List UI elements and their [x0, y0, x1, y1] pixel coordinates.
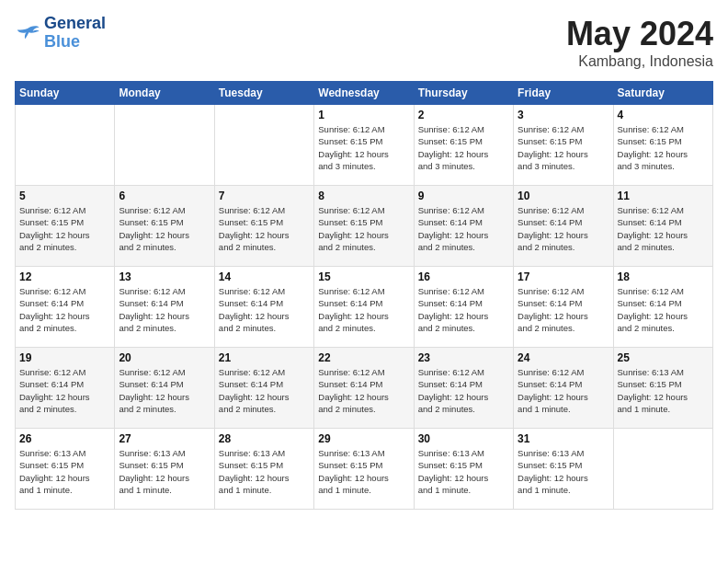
calendar-cell: 25Sunrise: 6:13 AM Sunset: 6:15 PM Dayli…: [613, 348, 712, 429]
day-info: Sunrise: 6:13 AM Sunset: 6:15 PM Dayligh…: [19, 447, 110, 496]
day-number: 1: [318, 109, 409, 121]
day-info: Sunrise: 6:13 AM Sunset: 6:15 PM Dayligh…: [219, 447, 310, 496]
title-area: May 2024 Kambang, Indonesia: [566, 15, 713, 70]
day-number: 14: [219, 270, 310, 283]
day-number: 9: [418, 190, 509, 202]
calendar-cell: [115, 105, 214, 186]
calendar-table: SundayMondayTuesdayWednesdayThursdayFrid…: [15, 81, 713, 510]
day-number: 28: [219, 432, 310, 445]
day-info: Sunrise: 6:13 AM Sunset: 6:15 PM Dayligh…: [318, 447, 409, 496]
day-number: 2: [418, 109, 509, 121]
calendar-cell: 30Sunrise: 6:13 AM Sunset: 6:15 PM Dayli…: [414, 429, 513, 510]
calendar-cell: 15Sunrise: 6:12 AM Sunset: 6:14 PM Dayli…: [314, 267, 414, 348]
logo-bird-icon: [15, 22, 40, 44]
day-info: Sunrise: 6:12 AM Sunset: 6:14 PM Dayligh…: [418, 204, 509, 253]
weekday-header-saturday: Saturday: [613, 82, 712, 105]
day-info: Sunrise: 6:12 AM Sunset: 6:14 PM Dayligh…: [418, 366, 509, 415]
calendar-cell: 2Sunrise: 6:12 AM Sunset: 6:15 PM Daylig…: [414, 105, 513, 186]
day-number: 26: [19, 432, 110, 445]
day-number: 24: [518, 351, 609, 364]
day-number: 27: [119, 432, 210, 445]
weekday-header-friday: Friday: [514, 82, 613, 105]
calendar-cell: 7Sunrise: 6:12 AM Sunset: 6:15 PM Daylig…: [214, 186, 313, 267]
day-info: Sunrise: 6:12 AM Sunset: 6:15 PM Dayligh…: [318, 123, 409, 172]
day-number: 29: [318, 432, 409, 445]
day-number: 11: [618, 190, 709, 202]
day-info: Sunrise: 6:13 AM Sunset: 6:15 PM Dayligh…: [119, 447, 210, 496]
day-info: Sunrise: 6:12 AM Sunset: 6:14 PM Dayligh…: [418, 285, 509, 334]
calendar-week-row: 19Sunrise: 6:12 AM Sunset: 6:14 PM Dayli…: [16, 348, 713, 429]
day-info: Sunrise: 6:12 AM Sunset: 6:14 PM Dayligh…: [318, 366, 409, 415]
day-number: 19: [19, 351, 110, 364]
calendar-cell: 13Sunrise: 6:12 AM Sunset: 6:14 PM Dayli…: [115, 267, 214, 348]
calendar-cell: 6Sunrise: 6:12 AM Sunset: 6:15 PM Daylig…: [115, 186, 214, 267]
calendar-cell: [16, 105, 115, 186]
calendar-cell: 22Sunrise: 6:12 AM Sunset: 6:14 PM Dayli…: [314, 348, 414, 429]
calendar-cell: 31Sunrise: 6:13 AM Sunset: 6:15 PM Dayli…: [514, 429, 613, 510]
calendar-cell: 27Sunrise: 6:13 AM Sunset: 6:15 PM Dayli…: [115, 429, 214, 510]
day-info: Sunrise: 6:12 AM Sunset: 6:14 PM Dayligh…: [119, 366, 210, 415]
month-title: May 2024: [566, 15, 713, 53]
calendar-body: 1Sunrise: 6:12 AM Sunset: 6:15 PM Daylig…: [16, 105, 713, 510]
calendar-cell: 4Sunrise: 6:12 AM Sunset: 6:15 PM Daylig…: [613, 105, 712, 186]
logo: General Blue: [15, 15, 106, 52]
calendar-cell: 1Sunrise: 6:12 AM Sunset: 6:15 PM Daylig…: [314, 105, 414, 186]
weekday-header-thursday: Thursday: [414, 82, 513, 105]
calendar-cell: 5Sunrise: 6:12 AM Sunset: 6:15 PM Daylig…: [16, 186, 115, 267]
calendar-cell: 8Sunrise: 6:12 AM Sunset: 6:15 PM Daylig…: [314, 186, 414, 267]
day-number: 3: [518, 109, 609, 121]
day-number: 25: [618, 351, 709, 364]
calendar-cell: 16Sunrise: 6:12 AM Sunset: 6:14 PM Dayli…: [414, 267, 513, 348]
calendar-cell: 20Sunrise: 6:12 AM Sunset: 6:14 PM Dayli…: [115, 348, 214, 429]
day-info: Sunrise: 6:13 AM Sunset: 6:15 PM Dayligh…: [518, 447, 609, 496]
day-number: 15: [318, 270, 409, 283]
day-number: 4: [618, 109, 709, 121]
day-info: Sunrise: 6:12 AM Sunset: 6:15 PM Dayligh…: [318, 204, 409, 253]
calendar-cell: 19Sunrise: 6:12 AM Sunset: 6:14 PM Dayli…: [16, 348, 115, 429]
weekday-header-sunday: Sunday: [16, 82, 115, 105]
calendar-week-row: 5Sunrise: 6:12 AM Sunset: 6:15 PM Daylig…: [16, 186, 713, 267]
day-info: Sunrise: 6:12 AM Sunset: 6:14 PM Dayligh…: [518, 285, 609, 334]
calendar-cell: 11Sunrise: 6:12 AM Sunset: 6:14 PM Dayli…: [613, 186, 712, 267]
day-number: 12: [19, 270, 110, 283]
day-info: Sunrise: 6:12 AM Sunset: 6:14 PM Dayligh…: [19, 285, 110, 334]
calendar-cell: 9Sunrise: 6:12 AM Sunset: 6:14 PM Daylig…: [414, 186, 513, 267]
calendar-cell: 26Sunrise: 6:13 AM Sunset: 6:15 PM Dayli…: [16, 429, 115, 510]
weekday-header-tuesday: Tuesday: [214, 82, 313, 105]
calendar-cell: 24Sunrise: 6:12 AM Sunset: 6:14 PM Dayli…: [514, 348, 613, 429]
day-number: 13: [119, 270, 210, 283]
calendar-week-row: 12Sunrise: 6:12 AM Sunset: 6:14 PM Dayli…: [16, 267, 713, 348]
logo-text: General Blue: [44, 15, 106, 52]
day-number: 16: [418, 270, 509, 283]
day-number: 7: [219, 190, 310, 202]
day-info: Sunrise: 6:12 AM Sunset: 6:14 PM Dayligh…: [219, 285, 310, 334]
day-number: 21: [219, 351, 310, 364]
calendar-cell: [613, 429, 712, 510]
day-number: 23: [418, 351, 509, 364]
day-info: Sunrise: 6:12 AM Sunset: 6:14 PM Dayligh…: [618, 285, 709, 334]
day-info: Sunrise: 6:12 AM Sunset: 6:15 PM Dayligh…: [418, 123, 509, 172]
day-info: Sunrise: 6:12 AM Sunset: 6:14 PM Dayligh…: [318, 285, 409, 334]
weekday-header-wednesday: Wednesday: [314, 82, 414, 105]
day-number: 8: [318, 190, 409, 202]
day-info: Sunrise: 6:12 AM Sunset: 6:15 PM Dayligh…: [19, 204, 110, 253]
day-number: 22: [318, 351, 409, 364]
calendar-cell: 3Sunrise: 6:12 AM Sunset: 6:15 PM Daylig…: [514, 105, 613, 186]
day-info: Sunrise: 6:12 AM Sunset: 6:15 PM Dayligh…: [518, 123, 609, 172]
day-info: Sunrise: 6:12 AM Sunset: 6:14 PM Dayligh…: [518, 204, 609, 253]
calendar-cell: 18Sunrise: 6:12 AM Sunset: 6:14 PM Dayli…: [613, 267, 712, 348]
day-info: Sunrise: 6:13 AM Sunset: 6:15 PM Dayligh…: [618, 366, 709, 415]
location-subtitle: Kambang, Indonesia: [566, 53, 713, 70]
day-info: Sunrise: 6:12 AM Sunset: 6:14 PM Dayligh…: [219, 366, 310, 415]
day-number: 5: [19, 190, 110, 202]
calendar-cell: 17Sunrise: 6:12 AM Sunset: 6:14 PM Dayli…: [514, 267, 613, 348]
calendar-cell: 14Sunrise: 6:12 AM Sunset: 6:14 PM Dayli…: [214, 267, 313, 348]
day-number: 18: [618, 270, 709, 283]
day-number: 17: [518, 270, 609, 283]
calendar-header-row: SundayMondayTuesdayWednesdayThursdayFrid…: [16, 82, 713, 105]
calendar-cell: 23Sunrise: 6:12 AM Sunset: 6:14 PM Dayli…: [414, 348, 513, 429]
day-info: Sunrise: 6:12 AM Sunset: 6:14 PM Dayligh…: [19, 366, 110, 415]
day-number: 6: [119, 190, 210, 202]
day-info: Sunrise: 6:12 AM Sunset: 6:15 PM Dayligh…: [618, 123, 709, 172]
day-info: Sunrise: 6:12 AM Sunset: 6:14 PM Dayligh…: [618, 204, 709, 253]
